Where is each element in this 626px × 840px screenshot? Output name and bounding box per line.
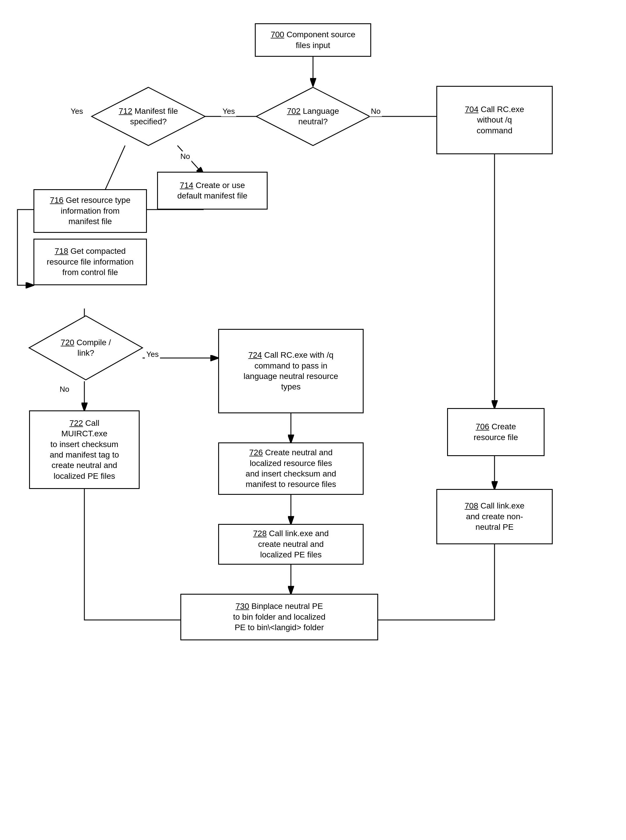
node-714: 714 Create or usedefault manifest file xyxy=(157,172,268,210)
node-706-label: 706 Createresource file xyxy=(474,422,518,443)
label-yes-720: Yes xyxy=(145,349,160,359)
node-700: 700 Component sourcefiles input xyxy=(255,23,371,57)
node-720-label: 720 Compile /link? xyxy=(59,336,113,360)
node-714-label: 714 Create or usedefault manifest file xyxy=(177,180,247,201)
node-708: 708 Call link.exeand create non-neutral … xyxy=(436,489,553,544)
label-no-712: No xyxy=(179,151,191,161)
node-718: 718 Get compactedresource file informati… xyxy=(33,239,147,285)
flowchart: 700 Component sourcefiles input 702 Lang… xyxy=(0,0,626,840)
label-yes-702: Yes xyxy=(221,106,236,116)
node-706: 706 Createresource file xyxy=(447,408,545,456)
node-720: 720 Compile /link? xyxy=(28,314,144,381)
label-yes-712: Yes xyxy=(69,106,85,116)
node-702-label: 702 Languageneutral? xyxy=(285,105,340,129)
node-730-label: 730 Binplace neutral PEto bin folder and… xyxy=(233,601,326,633)
node-730: 730 Binplace neutral PEto bin folder and… xyxy=(180,594,378,640)
node-722-label: 722 CallMUIRCT.exeto insert checksumand … xyxy=(50,418,119,481)
node-728: 728 Call link.exe andcreate neutral andl… xyxy=(218,524,364,565)
node-702: 702 Languageneutral? xyxy=(255,86,371,147)
node-716: 716 Get resource typeinformation fromman… xyxy=(33,189,147,233)
node-722: 722 CallMUIRCT.exeto insert checksumand … xyxy=(29,411,139,489)
label-no-720: No xyxy=(58,384,71,394)
node-724-label: 724 Call RC.exe with /qcommand to pass i… xyxy=(244,350,338,392)
node-728-label: 728 Call link.exe andcreate neutral andl… xyxy=(253,528,329,560)
label-no-702: No xyxy=(369,106,382,116)
node-726: 726 Create neutral andlocalized resource… xyxy=(218,442,364,495)
node-726-label: 726 Create neutral andlocalized resource… xyxy=(246,447,336,490)
node-700-label: 700 Component sourcefiles input xyxy=(271,30,355,51)
node-712: 712 Manifest filespecified? xyxy=(90,86,207,147)
node-712-label: 712 Manifest filespecified? xyxy=(117,105,180,129)
node-724: 724 Call RC.exe with /qcommand to pass i… xyxy=(218,329,364,413)
node-718-label: 718 Get compactedresource file informati… xyxy=(47,246,134,278)
node-704: 704 Call RC.exewithout /qcommand xyxy=(436,86,553,154)
node-708-label: 708 Call link.exeand create non-neutral … xyxy=(465,501,524,532)
node-716-label: 716 Get resource typeinformation fromman… xyxy=(50,195,130,227)
node-704-label: 704 Call RC.exewithout /qcommand xyxy=(465,104,524,136)
